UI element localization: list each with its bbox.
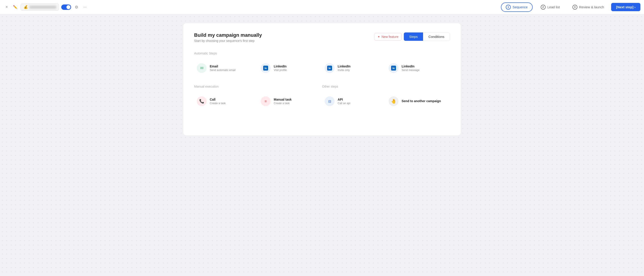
active-toggle[interactable]: [61, 5, 71, 10]
step-linkedin-message-title: LinkedIn: [402, 65, 420, 68]
more-options-icon[interactable]: ···: [82, 4, 88, 10]
email-icon-wrap: ✉: [197, 63, 206, 73]
nav-step-lead-list[interactable]: 2 Lead list: [536, 3, 564, 12]
new-feature-label: New feature: [382, 35, 398, 39]
step-call-title: Call: [210, 98, 226, 101]
step-send-campaign[interactable]: 🤚 Send to another campaign: [386, 93, 450, 110]
header-actions: ✦ New feature Steps Conditions: [374, 32, 450, 41]
card-title: Build my campaign manually: [194, 32, 262, 38]
step-send-campaign-text: Send to another campaign: [402, 99, 441, 103]
step-send-campaign-title: Send to another campaign: [402, 99, 441, 103]
topbar-left: × ✏️ 💰 ⚙ ···: [4, 3, 498, 11]
two-col-sections: Manual execution 📞 Call Create a task: [194, 85, 450, 118]
step-linkedin-visit-title: LinkedIn: [274, 65, 287, 68]
card-subtitle: Start by choosing your sequence's first …: [194, 39, 262, 43]
step-call[interactable]: 📞 Call Create a task: [194, 93, 258, 110]
tab-conditions[interactable]: Conditions: [423, 33, 450, 41]
step-manual-task[interactable]: ≡ Manual task Create a task: [258, 93, 322, 110]
task-icon: ≡: [264, 99, 267, 104]
star-icon: ✦: [378, 35, 380, 39]
nav-step-2-label: Lead list: [548, 5, 560, 9]
manual-task-icon-wrap: ≡: [261, 96, 270, 106]
campaign-card: Build my campaign manually Start by choo…: [183, 23, 461, 135]
email-icon: ✉: [200, 66, 204, 71]
step-email-text: Email Send automatic email: [210, 65, 236, 72]
campaign-emoji: 💰: [24, 5, 28, 9]
step-api-text: API Call an api: [338, 98, 350, 105]
tab-steps[interactable]: Steps: [404, 33, 423, 41]
nav-step-1-num: 1: [506, 5, 511, 10]
step-linkedin-visit[interactable]: in LinkedIn Visit profile: [258, 60, 322, 77]
card-header: Build my campaign manually Start by choo…: [194, 32, 450, 43]
card-title-block: Build my campaign manually Start by choo…: [194, 32, 262, 43]
call-icon-wrap: 📞: [197, 96, 206, 106]
other-steps-section: Other steps ⊟ API Call an api 🤚: [322, 85, 450, 118]
step-linkedin-visit-sub: Visit profile: [274, 69, 287, 72]
topbar-nav: 1 Sequence 2 Lead list 3 Review & launch: [501, 3, 608, 12]
step-email-sub: Send automatic email: [210, 69, 236, 72]
new-feature-button[interactable]: ✦ New feature: [374, 33, 402, 41]
nav-step-3-label: Review & launch: [579, 5, 604, 9]
phone-icon: 📞: [199, 99, 204, 104]
nav-step-3-num: 3: [572, 5, 577, 10]
nav-step-sequence[interactable]: 1 Sequence: [501, 3, 533, 12]
step-api[interactable]: ⊟ API Call an api: [322, 93, 386, 110]
nav-step-review[interactable]: 3 Review & launch: [568, 3, 609, 12]
step-manual-task-sub: Create a task: [274, 102, 292, 105]
step-api-title: API: [338, 98, 350, 101]
api-icon-wrap: ⊟: [325, 96, 334, 106]
linkedin-message-icon-wrap: in: [389, 63, 398, 73]
automatic-steps-row: ✉ Email Send automatic email in LinkedIn…: [194, 60, 450, 77]
step-api-sub: Call an api: [338, 102, 350, 105]
manual-execution-label: Manual execution: [194, 85, 322, 88]
step-linkedin-visit-text: LinkedIn Visit profile: [274, 65, 287, 72]
tab-group: Steps Conditions: [404, 32, 450, 41]
other-steps-label: Other steps: [322, 85, 450, 88]
api-icon: ⊟: [328, 99, 331, 103]
campaign-name-badge: 💰: [20, 3, 59, 11]
step-linkedin-invite-title: LinkedIn: [338, 65, 350, 68]
send-campaign-icon-wrap: 🤚: [389, 96, 398, 106]
close-button[interactable]: ×: [4, 4, 10, 10]
linkedin-icon: in: [263, 66, 268, 71]
manual-section: Manual execution 📞 Call Create a task: [194, 85, 322, 118]
nav-step-2-num: 2: [541, 5, 546, 10]
step-email[interactable]: ✉ Email Send automatic email: [194, 60, 258, 77]
step-linkedin-message[interactable]: in LinkedIn Send message: [386, 60, 450, 77]
step-linkedin-invite-text: LinkedIn Invite only: [338, 65, 350, 72]
edit-icon[interactable]: ✏️: [12, 4, 18, 10]
step-manual-task-text: Manual task Create a task: [274, 98, 292, 105]
step-linkedin-invite[interactable]: in LinkedIn Invite only: [322, 60, 386, 77]
step-call-sub: Create a task: [210, 102, 226, 105]
next-step-button[interactable]: [Next step] ›: [611, 3, 640, 11]
step-linkedin-message-text: LinkedIn Send message: [402, 65, 420, 72]
step-linkedin-message-sub: Send message: [402, 69, 420, 72]
step-email-title: Email: [210, 65, 236, 68]
manual-steps-row: 📞 Call Create a task ≡ Manual task: [194, 93, 322, 110]
linkedin-invite-icon-wrap: in: [325, 63, 334, 73]
linkedin-icon-3: in: [391, 66, 396, 71]
other-steps-row: ⊟ API Call an api 🤚 Send to another camp…: [322, 93, 450, 110]
step-linkedin-invite-sub: Invite only: [338, 69, 350, 72]
main-content: Build my campaign manually Start by choo…: [0, 14, 644, 276]
campaign-name-blurred: [29, 6, 56, 9]
step-manual-task-title: Manual task: [274, 98, 292, 101]
linkedin-icon-2: in: [327, 66, 332, 71]
settings-icon[interactable]: ⚙: [73, 4, 80, 10]
hand-icon: 🤚: [391, 99, 396, 104]
nav-step-1-label: Sequence: [512, 5, 528, 9]
automatic-steps-label: Automatic Steps: [194, 52, 450, 55]
step-call-text: Call Create a task: [210, 98, 226, 105]
topbar: × ✏️ 💰 ⚙ ··· 1 Sequence 2 Lead list 3 Re…: [0, 0, 644, 14]
linkedin-visit-icon-wrap: in: [261, 63, 270, 73]
